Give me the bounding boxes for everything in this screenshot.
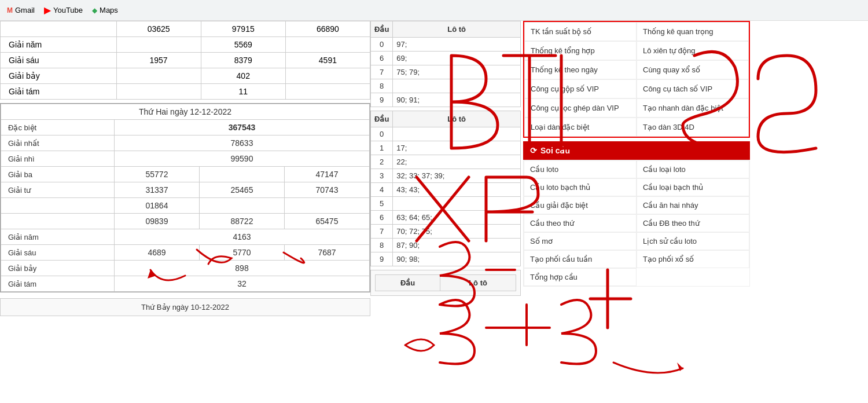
maps-link[interactable]: ◆ Maps — [92, 6, 118, 14]
giai-tu-row1: Giải tư 31337 25465 70743 — [1, 182, 370, 198]
loto-cell: 69; — [393, 52, 521, 65]
cell: 97915 — [201, 21, 285, 37]
loto-row: 3 32; 33; 37; 39; — [371, 169, 521, 183]
loto-0 — [393, 127, 521, 141]
loto-section: Đầu Lô tô 0 97; 6 69; 7 75; 79; 8 — [370, 21, 521, 403]
giai-sau-label: Giải sáu — [1, 245, 115, 261]
soicau-item-cau-loai-bach-thu[interactable]: Cầu loại bạch thủ — [637, 178, 749, 196]
table-row: Giải tám 11 — [1, 84, 370, 100]
soicau-item-so-mo[interactable]: Số mơ — [524, 232, 637, 250]
giai-sau-row: Giải sáu 4689 5770 7687 — [1, 245, 370, 261]
gmail-link[interactable]: M Gmail — [7, 6, 35, 14]
soicau-item-cau-loto-bach-thu[interactable]: Cầu loto bạch thủ — [524, 178, 637, 196]
giai-tu-v2: 25465 — [199, 182, 284, 198]
dau-5: 5 — [371, 197, 393, 211]
menu-item-thong-ke-tong-hop[interactable]: Thống kê tổng hợp — [524, 41, 637, 60]
soicau-item-cau-loai-loto[interactable]: Cầu loại loto — [637, 160, 749, 178]
menu-item-loai-dan[interactable]: Loại dàn đặc biệt — [524, 118, 637, 137]
menu-item-cong-cu-gop-so[interactable]: Công cụ gộp số VIP — [524, 79, 637, 98]
menu-item-tk-tan-suat[interactable]: TK tần suất bộ số — [524, 22, 637, 41]
cell: 4591 — [285, 53, 370, 68]
dau-6: 6 — [371, 211, 393, 225]
giai-tu-v7 — [284, 198, 369, 214]
soicau-item-cau-db-theo-thu[interactable]: Cầu ĐB theo thứ — [637, 214, 749, 232]
dau-7: 7 — [371, 225, 393, 239]
giai-nhi-label: Giải nhì — [1, 151, 115, 167]
soicau-item-cau-theo-thu[interactable]: Cầu theo thứ — [524, 214, 637, 232]
youtube-label: YouTube — [53, 6, 83, 14]
cell: 402 — [201, 68, 285, 84]
cell — [116, 37, 201, 53]
menu-item-cung-quay-xo-so[interactable]: Cùng quay xổ số — [637, 60, 749, 79]
main-lottery-table: Thứ Hai ngày 12-12-2022 Đặc biệt 367543 … — [0, 103, 370, 292]
sat-loto-header-table: Đầu Lô tô — [375, 274, 516, 291]
menu-item-lo-xien-tu-dong[interactable]: Lô xiên tự động — [637, 41, 749, 60]
loto-header-row: Đầu Lô tô — [371, 111, 521, 127]
giai-tu-extra — [1, 214, 115, 229]
special-value: 367543 — [114, 120, 369, 135]
soicau-item-tao-phoi-xo-so[interactable]: Tạo phối xổ số — [637, 250, 749, 268]
giai-nam-label: Giải năm — [1, 229, 115, 245]
dau-cell: 6 — [371, 52, 393, 65]
cell: 5569 — [201, 37, 285, 53]
giai-sau-v1: 4689 — [114, 245, 199, 261]
giai-sau-v3: 7687 — [284, 245, 369, 261]
loto-6: 63; 64; 65; — [393, 211, 521, 225]
dau-9: 9 — [371, 252, 393, 266]
row-label: Giải bảy — [1, 68, 117, 84]
soicau-item-tao-phoi-cau-tuan[interactable]: Tạo phối cầu tuần — [524, 250, 637, 268]
menu-item-thong-ke-quan-trong[interactable]: Thống kê quan trọng — [637, 22, 749, 41]
giai-tu-label: Giải tư — [1, 182, 115, 198]
giai-tu-v10: 65475 — [284, 214, 369, 229]
dau-0: 0 — [371, 127, 393, 141]
menu-item-tao-dan-3d[interactable]: Tạo dàn 3D 4D — [637, 118, 749, 137]
menu-item-cong-cu-tach-so[interactable]: Công cụ tách số VIP — [637, 79, 749, 98]
giai-bay-label: Giải bảy — [1, 261, 115, 276]
giai-nhi-value: 99590 — [114, 151, 369, 167]
row-label: Giải sáu — [1, 53, 117, 68]
giai-nhat-row: Giải nhất 78633 — [1, 135, 370, 151]
loto-5 — [393, 197, 521, 211]
gmail-label: Gmail — [15, 6, 35, 14]
soicau-item-tong-hop-cau[interactable]: Tổng hợp cầu — [524, 268, 637, 286]
loto-row: 0 — [371, 127, 521, 141]
loto-row: 0 97; — [371, 38, 521, 52]
soicau-item-cau-giai-dac-biet[interactable]: Cầu giải đặc biệt — [524, 196, 637, 214]
top-partial-table: 03625 97915 66890 Giải năm 5569 Giải sáu… — [0, 21, 370, 100]
sat-header: Thứ Bảy ngày 10-12-2022 — [0, 298, 370, 316]
soicau-item-lich-su-cau-loto[interactable]: Lịch sử cầu loto — [637, 232, 749, 250]
loto-7: 70; 72; 75; — [393, 225, 521, 239]
giai-nhat-value: 78633 — [114, 135, 369, 151]
loto-row: 7 70; 72; 75; — [371, 225, 521, 239]
soicau-item-cau-an-hai-nhay[interactable]: Cầu ăn hai nháy — [637, 196, 749, 214]
giai-tu-v4 — [1, 198, 115, 214]
giai-bay-value: 898 — [114, 261, 369, 276]
giai-nhi-row: Giải nhì 99590 — [1, 151, 370, 167]
menu-item-thong-ke-theo-ngay[interactable]: Thống kê theo ngày — [524, 60, 637, 79]
dau-cell: 9 — [371, 93, 393, 107]
cell — [285, 37, 370, 53]
dau-3: 3 — [371, 169, 393, 183]
loto-row: 6 69; — [371, 52, 521, 65]
cell: 66890 — [285, 21, 370, 37]
loto-header-row: Đầu Lô tô — [371, 21, 521, 38]
cell: 03625 — [116, 21, 201, 37]
dau-1: 1 — [371, 141, 393, 155]
giai-tu-row2: 01864 — [1, 198, 370, 214]
menu-item-tao-nhanh-dan[interactable]: Tạo nhanh dàn đặc biệt — [637, 98, 749, 118]
lottery-section: 03625 97915 66890 Giải năm 5569 Giải sáu… — [0, 21, 370, 403]
giai-nam-value: 4163 — [114, 229, 369, 245]
row-label: Giải tám — [1, 84, 117, 100]
loto-4: 43; 43; — [393, 183, 521, 197]
dau-cell: 7 — [371, 65, 393, 79]
menu-item-cong-cu-loc-ghep[interactable]: Công cụ lọc ghép dàn VIP — [524, 98, 637, 118]
giai-bay-row: Giải bảy 898 — [1, 261, 370, 276]
loto-row: Đầu Lô tô — [376, 275, 516, 291]
loto-row: 6 63; 64; 65; — [371, 211, 521, 225]
giai-ba-label: Giải ba — [1, 167, 115, 182]
soicau-item-cau-loto[interactable]: Cầu loto — [524, 160, 637, 178]
youtube-link[interactable]: ▶ YouTube — [44, 5, 83, 16]
loto-cell: 97; — [393, 38, 521, 52]
cell — [285, 84, 370, 100]
giai-tam-value: 32 — [114, 276, 369, 292]
